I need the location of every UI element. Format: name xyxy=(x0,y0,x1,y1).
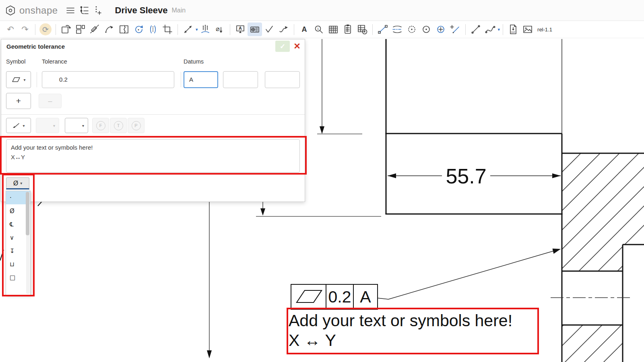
tangent-plane-modifier-button[interactable]: T xyxy=(110,118,127,133)
arrow-style-select[interactable]: ▾ xyxy=(65,118,88,133)
leader-option-select-disabled[interactable]: ▾ xyxy=(36,118,59,133)
svg-text:⌀: ⌀ xyxy=(216,25,220,32)
versions-button[interactable] xyxy=(77,4,91,17)
dimension-button[interactable] xyxy=(181,23,195,36)
line-icon xyxy=(471,24,481,35)
add-row-button[interactable]: + xyxy=(6,93,31,109)
crop-icon xyxy=(162,24,173,35)
export-dxf-button[interactable]: DXF xyxy=(506,23,520,36)
dimension-value[interactable]: 55.7 xyxy=(446,165,486,188)
projected-zone-modifier-button[interactable]: P xyxy=(128,118,144,133)
insert-image-button[interactable] xyxy=(520,23,535,36)
surface-finish-icon xyxy=(264,24,275,35)
refresh-button[interactable]: ⟳ xyxy=(38,23,53,36)
chevron-down-icon: ▾ xyxy=(82,123,84,128)
insert-view-button[interactable] xyxy=(59,23,73,36)
confirm-button[interactable]: ✓ xyxy=(275,41,290,52)
text-button[interactable]: A xyxy=(297,23,312,36)
release-label[interactable]: rel-1.1 xyxy=(537,27,552,33)
find-button[interactable]: 1 xyxy=(312,23,326,36)
hole-table-button[interactable] xyxy=(355,23,369,36)
refresh-icon: ⟳ xyxy=(39,23,52,35)
center-mark-button[interactable] xyxy=(405,23,419,36)
dimension-icon xyxy=(183,24,193,35)
workspace-label[interactable]: Main xyxy=(171,7,186,14)
ordinate-dimension-button[interactable] xyxy=(198,23,213,36)
detail-view-button[interactable] xyxy=(102,23,117,36)
diameter-dimension-icon: ⌀ xyxy=(215,24,225,35)
table-icon xyxy=(328,24,339,35)
break-out-icon xyxy=(148,24,158,35)
insert-image-icon xyxy=(522,24,533,35)
update-views-button[interactable] xyxy=(131,23,146,36)
text-icon: A xyxy=(299,24,310,35)
free-state-modifier-button[interactable]: F xyxy=(92,118,109,133)
annotation-box-textarea xyxy=(0,136,307,175)
main-menu-button[interactable] xyxy=(64,4,77,17)
close-button[interactable]: ✕ xyxy=(291,41,303,52)
fcf-tolerance: 0.2 xyxy=(328,288,351,306)
insert-element-button[interactable] xyxy=(91,4,105,17)
note-button[interactable]: A xyxy=(233,23,248,36)
app-name: onshape xyxy=(19,5,58,16)
weld-symbol-icon xyxy=(279,24,289,35)
break-out-button[interactable] xyxy=(146,23,160,36)
circle-plus-button[interactable] xyxy=(433,23,448,36)
crop-view-button[interactable] xyxy=(160,23,175,36)
centerline-button[interactable] xyxy=(390,23,405,36)
spline-icon xyxy=(485,24,495,35)
toolbar-separator xyxy=(230,24,230,35)
versions-history-icon xyxy=(79,5,89,16)
find-icon: 1 xyxy=(314,24,324,35)
bom-table-button[interactable] xyxy=(341,23,355,36)
spline-button[interactable] xyxy=(483,23,497,36)
annotation-box-drawing-note xyxy=(287,308,539,354)
circle-center-button[interactable] xyxy=(419,23,433,36)
table-button[interactable] xyxy=(326,23,341,36)
broken-view-icon xyxy=(119,24,129,35)
symbol-select[interactable]: ▾ xyxy=(6,71,31,88)
fcf-datum: A xyxy=(360,288,371,306)
section-hatch-upper xyxy=(562,153,644,271)
bom-table-icon xyxy=(343,24,353,35)
tolerance-input[interactable]: 0.2 xyxy=(42,71,174,88)
geometric-tolerance-button[interactable] xyxy=(248,23,262,36)
section-hatch-lower xyxy=(562,325,623,362)
symbol-label: Symbol xyxy=(6,58,25,65)
detail-view-icon xyxy=(104,24,115,35)
tolerance-label: Tolerance xyxy=(42,58,67,65)
datum-input-3[interactable] xyxy=(265,71,300,88)
surface-finish-button[interactable] xyxy=(262,23,277,36)
leader-style-select[interactable]: ▾ xyxy=(6,118,31,133)
document-title[interactable]: Drive Sleeve xyxy=(115,5,168,16)
insert-view-icon xyxy=(61,24,71,35)
dialog-title: Geometric tolerance xyxy=(6,43,65,50)
datum-input-2[interactable] xyxy=(223,71,258,88)
diameter-dimension-button[interactable]: ⌀ xyxy=(213,23,227,36)
remove-row-button[interactable]: – xyxy=(39,94,62,108)
toolbar-separator xyxy=(465,24,466,35)
centerline-two-points-button[interactable] xyxy=(376,23,390,36)
dialog-divider xyxy=(1,114,305,115)
broken-view-button[interactable] xyxy=(117,23,131,36)
spline-dropdown-caret[interactable]: ▾ xyxy=(498,27,500,32)
line-button[interactable] xyxy=(469,23,483,36)
onshape-logo-icon xyxy=(5,5,16,16)
section-view-button[interactable] xyxy=(88,23,102,36)
datum-input-1[interactable]: A xyxy=(184,71,218,88)
hamburger-icon xyxy=(66,6,75,15)
dimension-dropdown-caret[interactable]: ▾ xyxy=(196,27,198,32)
svg-text:A: A xyxy=(301,25,307,33)
projected-view-button[interactable] xyxy=(73,23,88,36)
datums-label: Datums xyxy=(184,58,204,65)
undo-button[interactable]: ↶ xyxy=(3,23,18,36)
hole-table-icon xyxy=(357,24,367,35)
chevron-down-icon: ▾ xyxy=(23,78,25,82)
dimension-55-7[interactable]: 55.7 xyxy=(388,165,561,188)
toolbar-separator xyxy=(503,24,503,35)
field-separator xyxy=(181,72,181,87)
datum-leader-button[interactable] xyxy=(448,23,462,36)
redo-button[interactable]: ↷ xyxy=(18,23,32,36)
feature-control-frame[interactable]: 0.2 A xyxy=(291,249,561,309)
weld-symbol-button[interactable] xyxy=(277,23,291,36)
